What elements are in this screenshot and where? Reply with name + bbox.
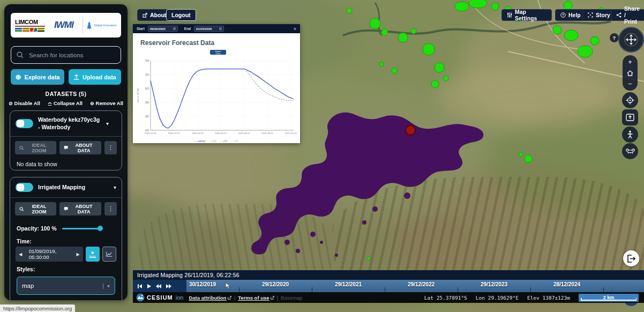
start-date-input[interactable]: 09/30/2024 (148, 26, 178, 32)
show-chart-button[interactable] (102, 247, 116, 262)
terms-of-use-link[interactable]: Terms of use (238, 295, 274, 301)
play-time-series-button[interactable] (86, 247, 100, 262)
export-chart-button[interactable]: Export Chart (210, 50, 226, 55)
play-faster-button[interactable] (166, 284, 172, 289)
search-input[interactable] (28, 51, 115, 59)
chevron-down-icon[interactable]: ▾ (106, 121, 109, 127)
style-select[interactable]: map |▾ (17, 277, 115, 295)
about-data-button[interactable]: ABOUT DATA (59, 202, 101, 216)
timeline-date-label[interactable]: 30/12/2019 (189, 281, 216, 287)
reservoir-forecast-panel: Start 09/30/2024 End 01/25/2026 × Reserv… (133, 24, 300, 143)
scale-line (581, 300, 636, 301)
timeline-track[interactable]: 30/12/201929/12/202029/12/202129/12/2022… (186, 280, 644, 292)
partner-logos-card: LIMCOM IWMI Digital Innovation (11, 13, 121, 38)
more-options-button[interactable]: ⋮ (104, 202, 117, 216)
compass-pan-control[interactable] (618, 27, 644, 53)
station-marker[interactable] (406, 125, 415, 135)
datasets-header: DATASETS (5) (4, 91, 128, 97)
legend-item-control[interactable]: — control (194, 140, 205, 143)
timeline-date-label[interactable]: 28/12/2024 (553, 281, 580, 287)
select-divider: | (102, 283, 104, 289)
logout-button[interactable]: Logout (166, 9, 196, 21)
question-mark-icon: ? (613, 35, 616, 41)
play-button[interactable] (146, 284, 152, 289)
jump-to-start-button[interactable] (137, 284, 143, 289)
x-tick-label: 2025-10-01 (285, 132, 297, 135)
magnifier-icon (19, 145, 24, 151)
remove-all-button[interactable]: ⊖ Remove All (90, 100, 123, 106)
timeline-date-label[interactable]: 29/12/2021 (335, 281, 362, 287)
legend-item-p50[interactable]: — p50 (220, 140, 228, 143)
timeline-date-label[interactable]: 29/12/2023 (481, 281, 507, 287)
help-button[interactable]: ? Help (555, 9, 586, 21)
clock-label-bar: Irrigated Mapping 26/11/2019, 06:22:56 (133, 270, 644, 280)
cesium-ion-logo[interactable]: CESIUM ion (136, 293, 183, 302)
layer-toggle[interactable] (16, 119, 33, 128)
timeline-tick (530, 287, 531, 292)
close-panel-button[interactable]: × (294, 26, 296, 32)
calendar-icon (173, 27, 176, 30)
data-attribution-link[interactable]: Data attribution (189, 295, 231, 301)
exit-session-button[interactable] (623, 250, 639, 266)
next-time-button[interactable]: ▶ (73, 247, 83, 262)
opacity-label: Opacity: 100 % (17, 225, 57, 232)
upload-data-button[interactable]: Upload data (69, 69, 121, 85)
slider-handle[interactable] (98, 226, 103, 231)
zoom-in-button[interactable]: + (628, 58, 632, 65)
timeline-date-label[interactable]: 29/12/2020 (262, 281, 289, 287)
locate-me-button[interactable] (622, 92, 638, 108)
share-print-button[interactable]: Share / Print (611, 9, 644, 21)
line-chart-icon (106, 251, 113, 257)
disable-all-button[interactable]: ⊘ Disable All (9, 100, 40, 106)
more-options-button[interactable]: ⋮ (104, 141, 117, 154)
chevron-down-icon[interactable]: ▾ (114, 184, 116, 190)
y-tick-label: 300 (145, 87, 149, 90)
bulk-actions-row: ⊘ Disable All Collapse All ⊖ Remove All (9, 100, 123, 106)
dataset-title: Irrigated Mapping (38, 184, 109, 191)
story-label: Story (596, 12, 610, 18)
start-date-value: 09/30/2024 (150, 27, 166, 31)
view-extent-button[interactable] (622, 109, 638, 125)
collapse-all-label: Collapse All (54, 100, 83, 106)
pan-arrows-icon (624, 32, 639, 47)
zoom-out-button[interactable]: − (628, 80, 632, 87)
collapse-all-button[interactable]: Collapse All (48, 100, 83, 106)
measure-tool-button[interactable] (622, 143, 638, 159)
styles-label: Styles: (10, 262, 122, 274)
svg-text:?: ? (562, 13, 564, 17)
explore-data-button[interactable]: ⊕ Explore data (11, 69, 64, 85)
legend-item-p10[interactable]: — p10 (209, 140, 216, 143)
forecast-line-chart[interactable]: 2402602803003203402024-10-012024-12-0120… (136, 57, 297, 138)
terms-label: Terms of use (238, 295, 269, 301)
previous-time-button[interactable]: ◀ (16, 247, 26, 262)
time-stepper: ◀ 01/09/2019, 05:30:00 ▶ (16, 247, 83, 262)
person-icon (626, 130, 634, 139)
limcom-flags (15, 28, 45, 32)
external-link-icon (143, 13, 147, 18)
layer-toggle[interactable] (16, 183, 33, 192)
chart-legend[interactable]: — control— p10— p50— p90 (133, 140, 300, 143)
ideal-zoom-button[interactable]: IDEAL ZOOM (15, 141, 56, 154)
legend-item-p90[interactable]: — p90 (231, 140, 238, 143)
timeline-tick (458, 287, 458, 292)
crosshair-icon (626, 96, 634, 105)
home-view-button[interactable] (627, 70, 633, 76)
extent-icon (626, 114, 634, 121)
end-date-input[interactable]: 01/25/2026 (194, 26, 224, 32)
opacity-slider[interactable] (62, 228, 101, 229)
pedestrian-view-button[interactable] (622, 127, 638, 143)
zoom-control: + − (623, 55, 638, 91)
latitude-value: Lat 25.37891°S (424, 295, 467, 301)
map-settings-button[interactable]: Map Settings (501, 9, 552, 21)
play-backward-button[interactable] (155, 284, 162, 289)
timeline-date-label[interactable]: 29/12/2022 (408, 281, 435, 287)
toggle-knob (17, 120, 24, 127)
share-print-label: Share / Print (624, 5, 640, 25)
about-data-label: ABOUT DATA (71, 143, 97, 153)
separator: | (234, 295, 235, 301)
help-mini-button[interactable]: ? (610, 33, 619, 42)
coordinates-readout: Lat 25.37891°S Lon 29.19629°E Elev 1387±… (424, 295, 570, 301)
ideal-zoom-button[interactable]: IDEAL ZOOM (15, 202, 56, 216)
about-data-button[interactable]: ABOUT DATA (59, 141, 101, 154)
measure-icon (626, 148, 635, 154)
